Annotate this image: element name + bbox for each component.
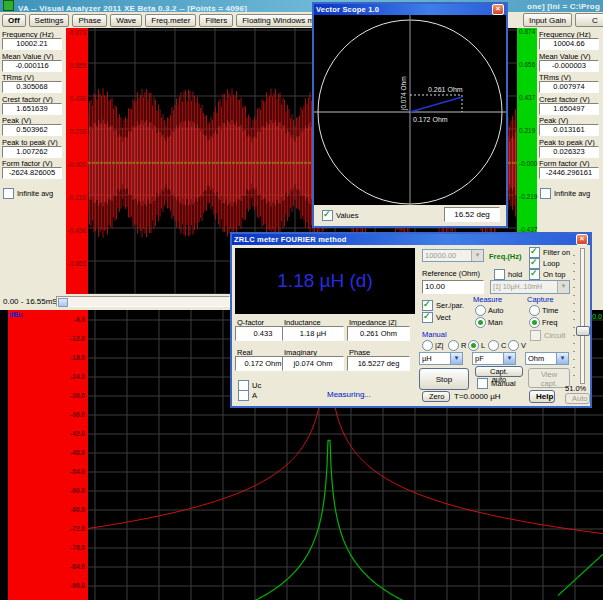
zrlc-lcd-display: 1.18 µH (d) (235, 248, 415, 314)
field-value: -2446.296161 (539, 167, 599, 179)
scale-tick: 0.219 (519, 128, 535, 134)
close-icon[interactable]: × (492, 4, 504, 15)
scale-tick: -54.0 (70, 469, 85, 475)
field-value: 1.651639 (2, 103, 62, 115)
circuit-checkbox[interactable]: Circuit (530, 330, 565, 341)
chevron-down-icon: ▼ (557, 281, 569, 293)
field-value: 10002.21 (2, 38, 62, 50)
hold-checkbox[interactable]: hold (494, 269, 522, 280)
radio-circle (475, 317, 486, 328)
capture-freq-radio[interactable]: Freq (529, 317, 557, 328)
resistance-unit-combo[interactable]: Ohm▼ (525, 352, 569, 365)
field-value: -2624.826005 (2, 167, 62, 179)
scale-tick: -90.0 (70, 583, 85, 589)
time-scrollbar-thumb[interactable] (58, 298, 68, 307)
zero-button[interactable]: Zero (422, 391, 450, 402)
gain-slider[interactable] (573, 248, 589, 382)
toolbar-button-freq-meter[interactable]: Freq.meter (145, 14, 196, 27)
range-combo[interactable]: [1] 10µH..10mH▼ (490, 280, 570, 294)
app-title-right: one] [Ini = C:\Prog (527, 2, 600, 11)
checkbox-box (422, 312, 433, 323)
infinite-avg-checkbox-right[interactable]: Infinite avg (540, 188, 590, 199)
reference-ohm-label: Reference (Ohm) (422, 269, 480, 278)
checkbox-box (3, 188, 14, 199)
zrlc-title-bar[interactable]: ZRLC meter FOURIER method × (232, 234, 590, 245)
scale-tick: 0.655 (70, 63, 86, 69)
vector-scope-title-bar[interactable]: Vector Scope 1.0 × (314, 4, 506, 15)
capacitance-unit-combo[interactable]: pF▼ (472, 352, 516, 365)
field-value: 0.013161 (539, 124, 599, 136)
stop-button[interactable]: Stop (419, 368, 469, 390)
zrlc-title: ZRLC meter FOURIER method (234, 235, 347, 244)
scale-tick: -60.0 (70, 488, 85, 494)
time-scrollbar[interactable] (56, 296, 230, 307)
manual-r-radio[interactable]: R (448, 340, 466, 351)
clipped-right-button[interactable]: C (575, 13, 603, 27)
vector-scope-svg: 0.261 Ohm 0.172 Ohm j0.074 Ohm (314, 15, 506, 205)
scale-tick: -0.000 (68, 162, 86, 168)
scale-tick: -0.219 (519, 194, 537, 200)
help-button[interactable]: Help (529, 390, 555, 403)
imaginary-part-label: j0.074 Ohm (400, 76, 408, 111)
toolbar-button-settings[interactable]: Settings (29, 14, 70, 27)
app-icon (3, 0, 14, 11)
scale-tick: -66.0 (70, 507, 85, 513)
capture-time-radio[interactable]: Time (529, 305, 558, 316)
scale-tick: 0.436 (70, 96, 86, 102)
on-top-checkbox[interactable]: On top (529, 269, 566, 280)
checkbox-box (238, 390, 249, 401)
measure-group-label: Measure (473, 295, 502, 304)
main-title-bar[interactable]: VA -- Visual Analyzer 2011 XE Beta 0.3.2… (0, 0, 603, 12)
measure-auto-radio[interactable]: Auto (475, 305, 503, 316)
scale-tick: -84.0 (70, 564, 85, 570)
toolbar-button-filters[interactable]: Filters (199, 14, 233, 27)
scale-tick: -42.0 (70, 431, 85, 437)
field-value: 1.007262 (2, 146, 62, 158)
checkbox-box (530, 330, 541, 341)
gain-slider-track (580, 248, 585, 384)
values-checkbox[interactable]: Values (322, 210, 358, 221)
reference-value-input[interactable]: 10.00 (422, 280, 484, 294)
manual-v-radio[interactable]: V (508, 340, 526, 351)
frequency-combo[interactable]: 10000.00▼ (422, 249, 484, 262)
capt-auto-button[interactable]: Capt. auto (475, 366, 523, 377)
toolbar-button-off[interactable]: Off (2, 14, 26, 27)
inductance-value: 1.18 µH (282, 326, 344, 341)
ser-par-checkbox[interactable]: Ser./par. (422, 300, 464, 311)
time-row: 0.00 - 16.55mS (0, 294, 230, 310)
spectrum-scale: dBu -6.0-12.0-18.0-24.0-30.0-36.0-42.0-4… (8, 310, 88, 600)
scale-tick: -24.0 (70, 374, 85, 380)
measuring-status: Measuring... (327, 390, 371, 399)
chevron-down-icon: ▼ (450, 353, 462, 364)
infinite-avg-checkbox-left[interactable]: Infinite avg (3, 188, 53, 199)
radio-circle (529, 317, 540, 328)
manual-l-radio[interactable]: L (468, 340, 485, 351)
auto-gain-button[interactable]: Auto (565, 393, 590, 404)
impedance-magnitude-label: 0.261 Ohm (428, 86, 463, 93)
a-checkbox[interactable]: A (238, 390, 257, 401)
manual-z-radio[interactable]: |Z| (422, 340, 443, 351)
scale-tick: -36.0 (70, 412, 85, 418)
measure-man-radio[interactable]: Man (475, 317, 503, 328)
chevron-down-icon: ▼ (471, 250, 483, 261)
toolbar-button-wave[interactable]: Wave (110, 14, 142, 27)
vect-checkbox[interactable]: Vect (422, 312, 451, 323)
inductance-unit-combo[interactable]: µH▼ (419, 352, 463, 365)
field-value: 1.650497 (539, 103, 599, 115)
phase-degrees-display: 16.52 deg (444, 207, 500, 222)
scale-tick: -18.0 (70, 355, 85, 361)
scope-left-scale: 0.8730.6550.4360.218-0.000-0.218-0.436-0… (66, 28, 88, 294)
radio-circle (529, 305, 540, 316)
chevron-down-icon: ▼ (503, 353, 515, 364)
view-capt-button[interactable]: View capt. (528, 368, 570, 388)
scale-tick: 0.656 (519, 62, 535, 68)
input-gain-button[interactable]: Input Gain (523, 13, 572, 27)
checkbox-box (494, 269, 505, 280)
manual-c-radio[interactable]: C (488, 340, 506, 351)
gain-slider-thumb[interactable] (576, 326, 590, 336)
toolbar-button-phase[interactable]: Phase (72, 14, 107, 27)
chevron-down-icon: ▼ (556, 353, 568, 364)
close-icon[interactable]: × (576, 234, 588, 245)
vector-scope-window: Vector Scope 1.0 × 0.261 Ohm 0.172 Ohm j… (312, 2, 508, 228)
manual-capture-checkbox[interactable]: Manual (477, 378, 516, 389)
